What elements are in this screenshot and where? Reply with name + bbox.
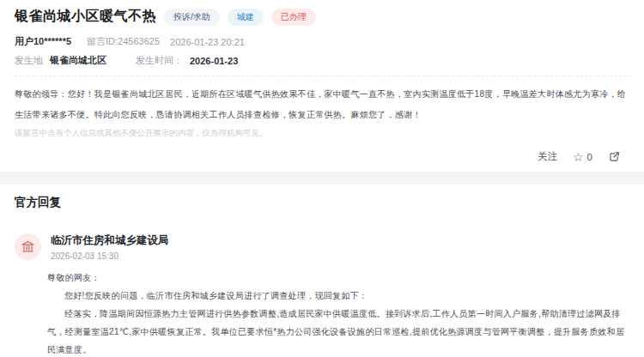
message-id: 留言ID:24563625 [87, 35, 160, 48]
reply-paragraph: 经落实，降温期间因恒源热力主管网进行供热参数调整,造成居民家中供暖温度低。接到诉… [47, 305, 627, 357]
agency-info: 临沂市住房和城乡建设局 2026-02-03 15:30 [51, 233, 169, 261]
tag-complaint-type[interactable]: 投诉/求助 [164, 9, 220, 26]
reply-body: 尊敬的网友： 您好!您反映的问题，临沂市住房和城乡建设局进行了调查处理，现回复如… [15, 269, 630, 357]
star-count: 0 [587, 152, 592, 162]
share-button[interactable] [608, 151, 620, 163]
location-label: 发生地 [15, 54, 43, 67]
star-button[interactable]: ☆ 0 [573, 151, 592, 163]
follow-button[interactable]: 关注 [538, 150, 557, 163]
reply-paragraph: 尊敬的网友： [47, 269, 627, 287]
privacy-note: 该留言中含有个人信息或其他不便公开展示的内容，仅办理机构可见。 [15, 128, 630, 139]
government-building-icon [21, 239, 35, 254]
avatar [15, 233, 41, 260]
reply-header: 临沂市住房和城乡建设局 2026-02-03 15:30 [15, 233, 630, 261]
occur-time-value: 2026-01-23 [190, 56, 238, 66]
location-value: 银雀尚城北区 [50, 54, 106, 67]
location-meta-row: 发生地 银雀尚城北区 发生时间： 2026-01-23 [15, 54, 630, 67]
star-icon: ☆ [573, 151, 584, 163]
post-timestamp: 2026-01-23 20:21 [170, 37, 245, 47]
share-icon [608, 151, 620, 163]
post-card: 银雀尚城小区暖气不热 投诉/求助 城建 已办理 用户10******5 留言ID… [0, 0, 644, 172]
tag-topic[interactable]: 城建 [228, 9, 264, 26]
divider [15, 76, 630, 76]
action-row: 关注 ☆ 0 [15, 150, 630, 163]
title-row: 银雀尚城小区暖气不热 投诉/求助 城建 已办理 [15, 8, 630, 26]
official-reply-card: 官方回复 临沂市住房和城乡建设局 2026-02-03 15:30 尊敬的网友：… [0, 185, 644, 357]
status-badge: 已办理 [271, 9, 316, 26]
reply-timestamp: 2026-02-03 15:30 [51, 251, 169, 261]
username: 用户10******5 [15, 35, 71, 48]
page-title: 银雀尚城小区暖气不热 [15, 8, 156, 26]
section-gap [0, 172, 644, 185]
agency-name: 临沂市住房和城乡建设局 [51, 233, 169, 248]
reply-paragraph: 您好!您反映的问题，临沂市住房和城乡建设局进行了调查处理，现回复如下： [47, 287, 627, 305]
post-meta-row: 用户10******5 留言ID:24563625 2026-01-23 20:… [15, 35, 630, 48]
occur-time-label: 发生时间： [136, 54, 183, 67]
complaint-text: 尊敬的领导：您好！我是银雀尚城北区居民，近期所在区域暖气供热效果不佳，家中暖气一… [15, 84, 630, 125]
official-reply-title: 官方回复 [15, 195, 630, 210]
